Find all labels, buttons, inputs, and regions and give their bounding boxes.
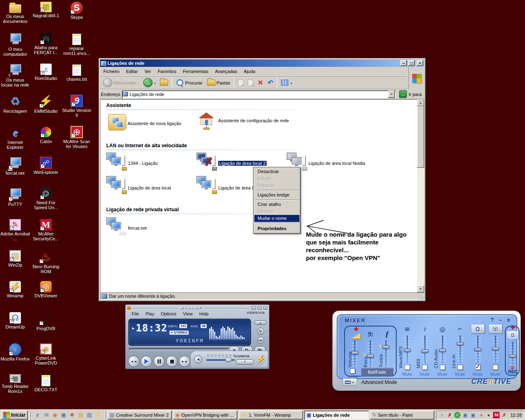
desktop-icon[interactable]: M McAfee SecurityCe... xyxy=(31,219,61,250)
menu-item-mudar-o-nome[interactable]: Mudar o nome xyxy=(254,215,299,222)
channel-thumb[interactable] xyxy=(439,349,446,352)
search-button[interactable]: Procurar xyxy=(174,77,204,89)
rec-source-button[interactable]: Ω xyxy=(507,331,519,340)
connection-1394-icon[interactable] xyxy=(106,153,127,171)
start-button[interactable]: Iniciar xyxy=(1,411,28,420)
channel-slider[interactable] xyxy=(404,336,410,363)
address-field[interactable]: Ligações de rede xyxy=(122,90,396,98)
mcafee-icon[interactable]: M xyxy=(493,412,500,418)
creative-tray-icon[interactable]: ● xyxy=(485,412,492,418)
desktop-icon[interactable]: reparar rom11.xncs... xyxy=(62,33,92,64)
media-icon[interactable]: ❖ xyxy=(68,411,75,418)
desktop-icon[interactable]: ♻ Reciclagem xyxy=(0,95,30,126)
channel-thumb[interactable] xyxy=(492,347,499,351)
advanced-mode-button[interactable]: ↵ xyxy=(342,378,357,386)
desktop-icon[interactable]: ❂ Need For Speed Un... xyxy=(31,188,61,219)
connection-nvidia-label[interactable]: Ligação de área local Nvidia xyxy=(308,161,365,166)
mixer-icon[interactable]: ▤ xyxy=(86,411,93,418)
mixer-minimize-button[interactable]: – xyxy=(498,317,503,323)
title-bar[interactable]: Ligações de rede – □ × xyxy=(100,59,424,67)
winamp-minimize-button[interactable]: – xyxy=(252,306,256,310)
winamp-title-bar[interactable]: WINAMP – ▪ × xyxy=(126,305,269,310)
go-button[interactable]: → Ir para xyxy=(397,90,423,98)
menu-separator[interactable] xyxy=(255,190,299,191)
next-button[interactable]: ►► xyxy=(179,356,190,367)
channel-icon[interactable]: ⌐ xyxy=(458,324,462,334)
outlook-express-icon[interactable]: ✉ xyxy=(43,411,50,418)
desktop-icon[interactable]: ⊕ McAfee Scan for Viruses xyxy=(62,126,92,157)
back-dropdown[interactable] xyxy=(137,80,139,85)
channel-mute-checkbox[interactable] xyxy=(475,365,480,370)
remote-desktop-icon[interactable]: ▣ xyxy=(60,411,67,418)
connection-fercat-label[interactable]: fercat.net xyxy=(128,226,147,231)
channel-slider[interactable] xyxy=(440,336,445,363)
stop-button[interactable] xyxy=(166,356,178,367)
previous-button[interactable]: ◄◄ xyxy=(128,356,139,367)
winamp-shade-button[interactable]: ▪ xyxy=(258,306,262,310)
desktop-icon[interactable]: O meu computador xyxy=(0,33,30,64)
undo-button[interactable]: ↶ xyxy=(266,77,275,89)
channel-thumb[interactable] xyxy=(474,348,481,352)
up-button[interactable]: ↑ xyxy=(158,77,170,89)
channel-mute-checkbox[interactable] xyxy=(404,365,410,370)
winamp-menu-item[interactable]: Help xyxy=(196,311,212,316)
menu-item-ligacoes-bridge[interactable]: Ligações bridge xyxy=(254,192,299,199)
desktop-icon[interactable]: ◉ CyberLink PowerDVD xyxy=(31,343,61,374)
scroll-up-button[interactable]: ▲ xyxy=(417,99,424,106)
menu-item[interactable]: Ficheiro xyxy=(100,68,123,75)
folders-button[interactable]: Pastas xyxy=(205,77,233,89)
menu-item[interactable]: Editar xyxy=(123,68,141,75)
desktop-icon[interactable]: ☍ ProgDVB xyxy=(31,312,61,343)
volume-slider[interactable] xyxy=(206,359,235,361)
desktop-icon[interactable]: ☁ fercat.net xyxy=(0,157,30,188)
channel-thumb[interactable] xyxy=(421,349,428,353)
move-to-button[interactable] xyxy=(236,77,245,89)
connection-lan2-icon[interactable]: ✗ xyxy=(196,153,217,171)
treble-thumb[interactable] xyxy=(383,345,390,349)
volume-icon[interactable]: ◄ xyxy=(477,412,484,418)
network-error-icon[interactable]: ✗ xyxy=(446,412,453,418)
channel-icon[interactable]: ♪ xyxy=(423,324,427,334)
channel-icon[interactable]: ≋ xyxy=(404,324,410,334)
desktop-icon[interactable]: 9 Studio Version 9 xyxy=(62,95,92,126)
new-connection-wizard-icon[interactable] xyxy=(108,114,126,130)
connection-lan-label[interactable]: Ligação de área local xyxy=(128,185,171,190)
delete-button[interactable]: ✕ xyxy=(256,77,265,89)
menu-item[interactable]: Ajuda xyxy=(240,68,258,75)
desktop-icon[interactable]: ♁ RomStudio xyxy=(31,64,61,95)
desktop-icon[interactable]: ☊ DreamUp xyxy=(0,312,30,343)
desktop-icon[interactable]: DECO.TXT xyxy=(31,374,61,405)
menu-item[interactable]: Avançadas xyxy=(212,68,240,75)
menu-item-propriedades[interactable]: Propriedades xyxy=(254,224,299,233)
desktop-icon[interactable]: ▦ Tomb Reader Rom1x xyxy=(0,374,30,405)
winamp-menu-item[interactable]: View xyxy=(180,311,196,316)
menu-item-criar-atalho[interactable]: Criar atalho xyxy=(254,201,299,208)
scrollbar-thumb[interactable] xyxy=(417,106,424,168)
network-globe-icon[interactable]: ♁ xyxy=(438,412,445,418)
connection-lan3-icon[interactable] xyxy=(196,176,217,194)
lan-status-icon[interactable]: ▣ xyxy=(470,412,476,418)
forward-button[interactable]: → xyxy=(141,77,158,89)
maximize-button[interactable]: □ xyxy=(408,60,415,66)
updates-ok-icon[interactable]: ✓ xyxy=(454,412,461,418)
resize-grip[interactable] xyxy=(418,294,424,300)
back-button[interactable]: ← Retroceder xyxy=(101,77,141,89)
play-button[interactable] xyxy=(141,356,152,367)
address-dropdown-button[interactable] xyxy=(388,91,395,98)
desktop-icon[interactable]: ◗ Mozilla Firefox xyxy=(0,343,30,374)
bass-slider[interactable] xyxy=(368,340,373,368)
channel-mute-checkbox[interactable] xyxy=(440,365,445,370)
desktop-icon[interactable]: e Internet Explorer xyxy=(0,126,30,157)
vis-toggle-button[interactable]: ▲ xyxy=(253,320,267,325)
views-dropdown[interactable] xyxy=(290,80,292,85)
menu-item-desactivar[interactable]: Desactivar xyxy=(254,168,299,175)
close-button[interactable]: × xyxy=(417,60,423,66)
network-setup-wizard-icon[interactable] xyxy=(198,112,216,130)
channel-slider[interactable] xyxy=(493,336,498,363)
desktop-icon[interactable]: ⚡ EMMStudio xyxy=(31,95,61,126)
desktop-icon[interactable]: ♨ Nero Burning ROM xyxy=(31,250,61,281)
pause-button[interactable] xyxy=(153,356,165,367)
new-connection-wizard-label[interactable]: Assistente de nova ligação xyxy=(128,121,181,126)
channel-icon[interactable]: ◎ xyxy=(440,324,445,334)
lan-status-icon[interactable]: ▣ xyxy=(462,412,468,418)
